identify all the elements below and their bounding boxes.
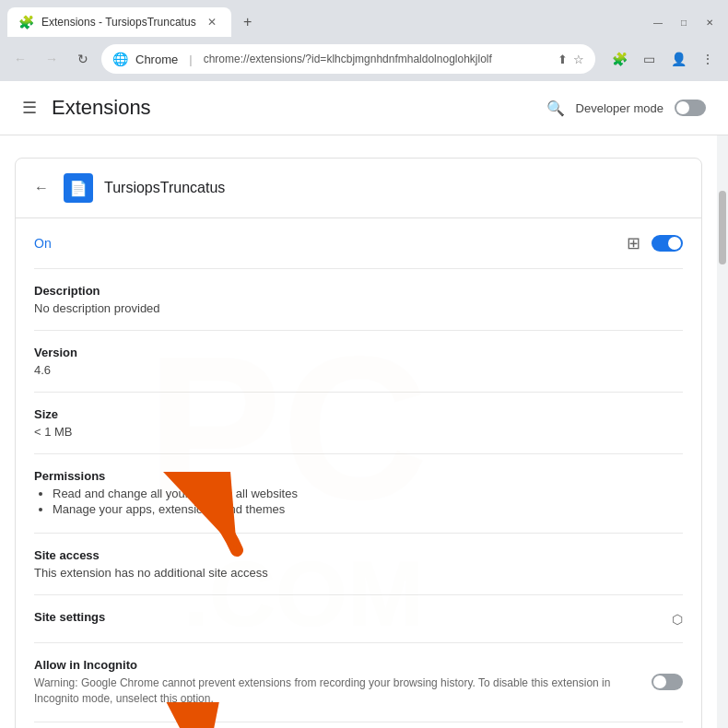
description-row: Description No description provided xyxy=(34,269,683,331)
site-access-label: Site access xyxy=(34,548,683,562)
allow-incognito-label: Allow in Incognito xyxy=(34,658,637,672)
description-label: Description xyxy=(34,284,683,298)
toolbar-icons: 🧩 ▭ 👤 ⋮ xyxy=(606,46,721,72)
version-label: Version xyxy=(34,346,683,359)
permission-item-2: Manage your apps, extensions, and themes xyxy=(53,502,683,516)
extensions-toolbar-icon[interactable]: 🧩 xyxy=(606,46,632,72)
address-actions: ⬆ ☆ xyxy=(558,53,584,66)
permissions-row: Permissions Read and change all your dat… xyxy=(34,454,683,534)
site-settings-row: Site settings ⬡ xyxy=(34,595,683,643)
window-controls: — □ ✕ xyxy=(647,15,721,29)
address-separator: | xyxy=(189,53,192,66)
title-bar: 🧩 Extensions - TursiopsTruncatus ✕ + — □… xyxy=(0,0,728,37)
back-button[interactable]: ← xyxy=(7,46,33,72)
menu-toolbar-icon[interactable]: ⋮ xyxy=(695,46,721,72)
extension-detail-content: PC .COM ← 📄 xyxy=(0,135,717,728)
minimize-button[interactable]: — xyxy=(647,15,669,29)
bookmark-icon[interactable]: ☆ xyxy=(573,53,584,66)
size-value: < 1 MB xyxy=(34,425,683,439)
extension-icon-symbol: 📄 xyxy=(69,180,88,197)
site-access-row: Site access This extension has no additi… xyxy=(34,534,683,595)
developer-mode-toggle[interactable] xyxy=(675,100,706,116)
tab-extension-icon: 🧩 xyxy=(18,15,34,29)
search-button[interactable]: 🔍 xyxy=(546,100,565,117)
page-title: Extensions xyxy=(52,96,546,120)
address-path-text: chrome://extensions/?id=klhcbjmgnhdnfmha… xyxy=(204,53,492,65)
version-value: 4.6 xyxy=(34,363,683,377)
tab-close-button[interactable]: ✕ xyxy=(204,14,220,30)
extension-card: PC .COM ← 📄 xyxy=(15,158,702,728)
forward-button[interactable]: → xyxy=(39,46,65,72)
size-row: Size < 1 MB xyxy=(34,393,683,454)
close-button[interactable]: ✕ xyxy=(699,15,721,29)
site-settings-label: Site settings xyxy=(34,610,105,624)
extension-icon: 📄 xyxy=(64,173,93,203)
extensions-page: ☰ Extensions 🔍 Developer mode xyxy=(0,81,728,728)
new-tab-button[interactable]: + xyxy=(235,9,261,35)
navigation-bar: ← → ↻ 🌐 Chrome | chrome://extensions/?id… xyxy=(0,37,728,81)
address-bar[interactable]: 🌐 Chrome | chrome://extensions/?id=klhcb… xyxy=(101,44,595,74)
tab-title: Extensions - TursiopsTruncatus xyxy=(41,16,196,29)
permissions-list: Read and change all your data on all web… xyxy=(34,487,683,516)
on-off-row: On ⊞ xyxy=(34,218,683,269)
grid-icon[interactable]: ⊞ xyxy=(627,233,640,253)
address-site-label: Chrome xyxy=(135,53,178,66)
extension-card-header: ← 📄 TursiopsTruncatus xyxy=(16,159,701,218)
maximize-button[interactable]: □ xyxy=(673,15,695,29)
scrollbar-thumb[interactable] xyxy=(719,191,726,264)
active-tab[interactable]: 🧩 Extensions - TursiopsTruncatus ✕ xyxy=(7,7,231,37)
description-value: No description provided xyxy=(34,301,683,315)
size-label: Size xyxy=(34,407,683,421)
permission-item-1: Read and change all your data on all web… xyxy=(53,487,683,500)
extension-name: TursiopsTruncatus xyxy=(104,180,225,196)
version-row: Version 4.6 xyxy=(34,331,683,393)
permissions-label: Permissions xyxy=(34,469,683,483)
incognito-row: Allow in Incognito Warning: Google Chrom… xyxy=(34,643,683,722)
extension-card-body: On ⊞ Description No description provided xyxy=(16,218,701,728)
browser-content: ☰ Extensions 🔍 Developer mode xyxy=(0,81,728,728)
hamburger-menu-button[interactable]: ☰ xyxy=(22,98,37,118)
browser-frame: 🧩 Extensions - TursiopsTruncatus ✕ + — □… xyxy=(0,0,728,728)
header-right: 🔍 Developer mode xyxy=(546,100,706,117)
secure-icon: 🌐 xyxy=(112,52,128,66)
scrollbar[interactable] xyxy=(717,135,728,728)
sidebar-toolbar-icon[interactable]: ▭ xyxy=(636,46,662,72)
extensions-header: ☰ Extensions 🔍 Developer mode xyxy=(0,81,728,135)
site-access-value: This extension has no additional site ac… xyxy=(34,566,683,580)
incognito-toggle[interactable] xyxy=(652,674,683,690)
back-to-extensions-button[interactable]: ← xyxy=(34,180,49,196)
allow-incognito-warning: Warning: Google Chrome cannot prevent ex… xyxy=(34,675,637,707)
extension-enable-toggle[interactable] xyxy=(652,235,683,252)
profile-toolbar-icon[interactable]: 👤 xyxy=(665,46,691,72)
on-label: On xyxy=(34,236,52,251)
reload-button[interactable]: ↻ xyxy=(70,46,96,72)
share-icon[interactable]: ⬆ xyxy=(558,53,568,66)
developer-mode-label: Developer mode xyxy=(576,101,663,115)
external-link-icon[interactable]: ⬡ xyxy=(672,612,683,627)
source-row: Source Not from Chrome Web Store. xyxy=(34,722,683,728)
